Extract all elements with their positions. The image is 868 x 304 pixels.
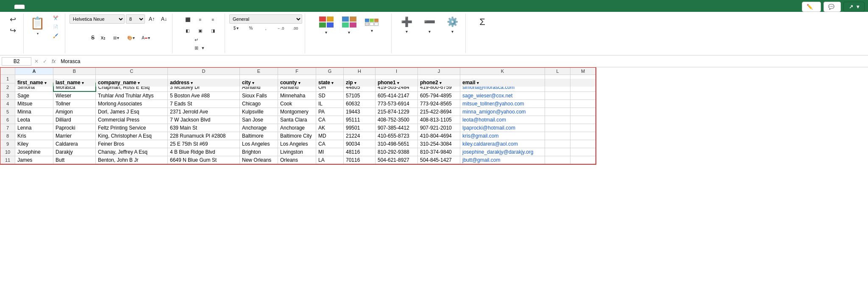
redo-button[interactable]: ↪ bbox=[6, 25, 20, 36]
tab-insert[interactable] bbox=[25, 5, 36, 9]
cell-10-5[interactable]: Livingston bbox=[278, 148, 316, 156]
row-num-11[interactable]: 11 bbox=[0, 156, 15, 164]
cell-11-7[interactable]: 70116 bbox=[344, 156, 376, 164]
col-header-B[interactable]: B bbox=[53, 68, 96, 75]
cell-11-8[interactable]: 504-621-8927 bbox=[376, 156, 418, 164]
cell-4-0[interactable]: Mitsue bbox=[15, 100, 53, 108]
cell-9-5[interactable]: Los Angeles bbox=[278, 140, 316, 148]
cell-6-3[interactable]: 7 W Jackson Blvd bbox=[168, 116, 240, 124]
cell-7-8[interactable]: 907-385-4412 bbox=[376, 124, 418, 132]
cell-3-10[interactable]: sage_wieser@cox.net bbox=[460, 91, 545, 100]
comments-button[interactable]: 💬 bbox=[823, 2, 841, 12]
cell-5-1[interactable]: Amigon bbox=[53, 108, 96, 116]
cell-9-6[interactable]: CA bbox=[316, 140, 344, 148]
cell-6-12[interactable] bbox=[570, 116, 596, 124]
percent-button[interactable]: % bbox=[244, 25, 258, 32]
header-cell-12[interactable] bbox=[570, 78, 596, 87]
cell-4-11[interactable] bbox=[545, 100, 570, 108]
cell-5-6[interactable]: PA bbox=[316, 108, 344, 116]
col-header-K[interactable]: K bbox=[460, 68, 545, 75]
cell-7-1[interactable]: Paprocki bbox=[53, 124, 96, 132]
row-num-2[interactable]: 2 bbox=[0, 83, 15, 91]
cell-4-8[interactable]: 773-573-6914 bbox=[376, 100, 418, 108]
cell-3-8[interactable]: 605-414-2147 bbox=[376, 91, 418, 100]
paste-button[interactable]: 📋 ▾ bbox=[28, 14, 47, 40]
cell-10-2[interactable]: Chanay, Jeffrey A Esq bbox=[96, 148, 168, 156]
cell-9-2[interactable]: Feiner Bros bbox=[96, 140, 168, 148]
header-cell-4[interactable]: city ▾ bbox=[240, 78, 278, 87]
row-num-10[interactable]: 10 bbox=[0, 148, 15, 156]
cell-9-4[interactable]: Los Angeles bbox=[240, 140, 278, 148]
cell-reference-input[interactable] bbox=[2, 57, 31, 66]
cell-4-9[interactable]: 773-924-8565 bbox=[418, 100, 460, 108]
tab-formulas[interactable] bbox=[58, 5, 69, 9]
align-top-left-button[interactable]: ⬛ bbox=[181, 14, 195, 25]
format-painter-button[interactable]: 🖌️ bbox=[49, 32, 62, 39]
cell-5-12[interactable] bbox=[570, 108, 596, 116]
cell-7-9[interactable]: 907-921-2010 bbox=[418, 124, 460, 132]
align-right-button[interactable]: ◨ bbox=[206, 25, 220, 36]
cell-3-1[interactable]: Wieser bbox=[53, 91, 96, 100]
cell-9-11[interactable] bbox=[545, 140, 570, 148]
cell-7-5[interactable]: Anchorage bbox=[278, 124, 316, 132]
header-cell-9[interactable]: phone2 ▾ bbox=[418, 78, 460, 87]
header-cell-10[interactable]: email ▾ bbox=[460, 78, 545, 87]
cell-6-10[interactable]: leota@hotmail.com bbox=[460, 116, 545, 124]
cell-11-3[interactable]: 6649 N Blue Gum St bbox=[168, 156, 240, 164]
cell-7-4[interactable]: Anchorage bbox=[240, 124, 278, 132]
cell-9-0[interactable]: Kiley bbox=[15, 140, 53, 148]
cell-7-10[interactable]: lpaprocki@hotmail.com bbox=[460, 124, 545, 132]
cell-10-7[interactable]: 48116 bbox=[344, 148, 376, 156]
tab-data[interactable] bbox=[70, 5, 80, 9]
cell-9-1[interactable]: Caldarera bbox=[53, 140, 96, 148]
col-header-H[interactable]: H bbox=[344, 68, 376, 75]
cell-10-10[interactable]: josephine_darakjy@darakjy.org bbox=[460, 148, 545, 156]
cell-10-6[interactable]: MI bbox=[316, 148, 344, 156]
cell-5-11[interactable] bbox=[545, 108, 570, 116]
cell-3-0[interactable]: Sage bbox=[15, 91, 53, 100]
cell-4-10[interactable]: mitsue_tollner@yahoo.com bbox=[460, 100, 545, 108]
cell-6-4[interactable]: San Jose bbox=[240, 116, 278, 124]
align-top-right-button[interactable]: ≡ bbox=[206, 14, 220, 25]
row-num-8[interactable]: 8 bbox=[0, 132, 15, 140]
cell-9-3[interactable]: 25 E 75th St #69 bbox=[168, 140, 240, 148]
increase-font-button[interactable]: A↑ bbox=[146, 15, 157, 23]
delete-cell-button[interactable]: ➖ ▾ bbox=[419, 14, 440, 36]
cell-3-6[interactable]: SD bbox=[316, 91, 344, 100]
cell-7-7[interactable]: 99501 bbox=[344, 124, 376, 132]
cell-8-8[interactable]: 410-655-8723 bbox=[376, 132, 418, 140]
cell-4-4[interactable]: Chicago bbox=[240, 100, 278, 108]
row-num-3[interactable]: 3 bbox=[0, 91, 15, 100]
cell-8-4[interactable]: Baltimore bbox=[240, 132, 278, 140]
cell-11-6[interactable]: LA bbox=[316, 156, 344, 164]
cell-11-11[interactable] bbox=[545, 156, 570, 164]
fill-color-button[interactable]: 🎨▾ bbox=[124, 34, 138, 41]
cell-5-0[interactable]: Minna bbox=[15, 108, 53, 116]
font-color-button[interactable]: A▬▾ bbox=[139, 34, 153, 41]
undo-button[interactable]: ↩ bbox=[6, 14, 20, 25]
header-cell-1[interactable]: last_name ▾ bbox=[53, 78, 96, 87]
format-cell-button[interactable]: ⚙️ ▾ bbox=[442, 14, 463, 36]
bold-button[interactable] bbox=[70, 36, 75, 39]
cell-3-5[interactable]: Minnehaha bbox=[278, 91, 316, 100]
comma-button[interactable]: , bbox=[259, 25, 273, 32]
tab-file[interactable] bbox=[3, 5, 14, 9]
header-cell-3[interactable]: address ▾ bbox=[168, 78, 240, 87]
cell-8-11[interactable] bbox=[545, 132, 570, 140]
formula-input[interactable] bbox=[59, 58, 866, 65]
merge-centre-button[interactable]: ⊞ ▾ bbox=[192, 44, 207, 52]
cell-4-12[interactable] bbox=[570, 100, 596, 108]
cell-6-7[interactable]: 95111 bbox=[344, 116, 376, 124]
cell-10-3[interactable]: 4 B Blue Ridge Blvd bbox=[168, 148, 240, 156]
cell-7-11[interactable] bbox=[545, 124, 570, 132]
cell-4-2[interactable]: Morlong Associates bbox=[96, 100, 168, 108]
cell-styles-button[interactable]: ▾ bbox=[362, 17, 383, 35]
cell-11-10[interactable]: jbutt@gmail.com bbox=[460, 156, 545, 164]
cell-9-8[interactable]: 310-498-5651 bbox=[376, 140, 418, 148]
cell-11-5[interactable]: Orleans bbox=[278, 156, 316, 164]
underline-button[interactable] bbox=[82, 36, 87, 39]
borders-button[interactable]: ⊞▾ bbox=[109, 34, 123, 41]
header-cell-7[interactable]: zip ▾ bbox=[344, 78, 376, 87]
cell-6-6[interactable]: CA bbox=[316, 116, 344, 124]
share-button[interactable]: ↗ ▾ bbox=[843, 2, 865, 12]
